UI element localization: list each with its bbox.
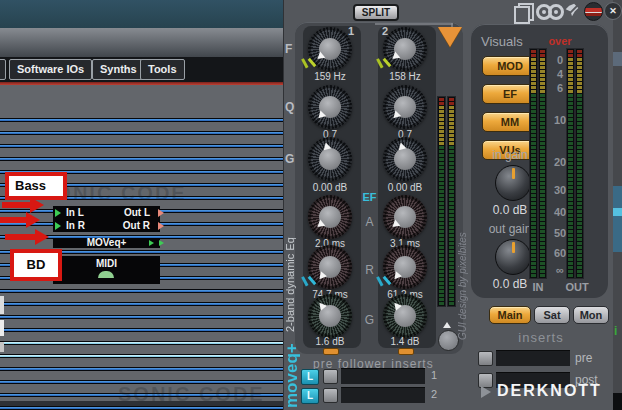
band2-attack-knob[interactable] [383, 195, 427, 239]
daw-tab-bar: Software IOs Synths Tools [0, 57, 283, 82]
band1-dyngain-knob[interactable] [308, 294, 352, 338]
close-icon[interactable]: ✕ [604, 2, 622, 20]
band2-release-knob[interactable] [383, 245, 427, 289]
band1-gain-value: 0.00 dB [304, 182, 356, 193]
output-port-icon[interactable] [158, 222, 164, 230]
band1-freq-knob[interactable] [308, 27, 352, 71]
background-block [612, 52, 622, 66]
module-io-block[interactable]: In L Out L In R Out R [53, 206, 160, 232]
insert-pre-button[interactable] [478, 351, 493, 366]
follower-slot-number-1: 1 [429, 369, 439, 381]
meter-scale-6: 6 [545, 82, 575, 94]
release-label: R [361, 263, 378, 277]
follower-insert-button-2[interactable] [323, 388, 338, 403]
monitor-sat-button[interactable]: Sat [534, 306, 570, 324]
monitor-main-button[interactable]: Main [489, 306, 531, 324]
band1-follower-source-slider[interactable] [323, 348, 339, 355]
band2-dyngain-knob[interactable] [383, 294, 427, 338]
band2-gain-knob[interactable] [383, 137, 427, 181]
patch-cable[interactable] [0, 118, 283, 122]
edge-cable-stub [0, 342, 4, 352]
band2-q-knob[interactable] [383, 85, 427, 129]
module-out-r: Out R [123, 219, 150, 232]
meter-scale-10: 10 [545, 114, 575, 126]
meter-over-label: over [545, 35, 575, 47]
patch-cable[interactable] [0, 328, 283, 332]
split-button[interactable]: SPLIT [353, 4, 399, 21]
tab-partial[interactable] [0, 59, 6, 80]
vu-meter-in-l [529, 48, 538, 279]
follower-link-button-2[interactable]: L [301, 388, 319, 404]
edge-cable-stub [0, 296, 4, 314]
patch-cable[interactable] [0, 131, 283, 135]
meter-scale-40: 40 [545, 206, 575, 218]
module-plugin-name[interactable]: MOVeq+ [53, 236, 160, 249]
minimize-icon[interactable] [584, 2, 603, 21]
background-text-fragment: i [614, 324, 617, 338]
output-port-icon[interactable] [158, 209, 164, 217]
module-in-l: In L [66, 206, 84, 219]
plugin-port-icon[interactable] [159, 240, 164, 246]
band2-freq-knob[interactable] [383, 27, 427, 71]
band1-dyngain-value: 1.6 dB [304, 336, 356, 347]
annotation-arrow [0, 212, 40, 228]
background-track-block [612, 186, 622, 252]
patch-cable[interactable] [0, 289, 283, 293]
plugin-window: ✕ SPLIT out 1&2 F Q G 1 2 +− 159 Hz 158 … [283, 0, 613, 410]
follower-insert-slot-2[interactable] [341, 387, 425, 403]
visuals-title: Visuals [481, 34, 523, 49]
meter-out-label: OUT [561, 281, 593, 293]
band1-gain-knob[interactable] [308, 137, 352, 181]
tab-software-ios[interactable]: Software IOs [9, 59, 92, 80]
copy-pages-icon[interactable] [514, 3, 532, 20]
screen: Software IOs Synths Tools SONIC CODE SON… [0, 0, 622, 410]
link-circles-icon[interactable] [536, 4, 563, 20]
plugin-port-icon[interactable] [149, 240, 154, 246]
dyngain-label: G [361, 313, 378, 327]
meter-scale-30: 30 [545, 184, 575, 196]
band2-follower-source-slider[interactable] [398, 348, 414, 355]
routing-wire [375, 23, 453, 25]
patch-cable[interactable] [0, 302, 283, 306]
tab-synths[interactable]: Synths [92, 59, 145, 80]
background-highlight-line [612, 208, 622, 216]
follower-link-button-1[interactable]: L [301, 369, 319, 385]
watermark-text-2: SONIC CODE [118, 383, 265, 406]
band1-q-knob[interactable] [308, 85, 352, 129]
monitor-mon-button[interactable]: Mon [573, 306, 609, 324]
annotation-track-label: Bass [5, 172, 67, 200]
module-in-r: In R [66, 219, 85, 232]
midi-port-arc[interactable] [98, 271, 114, 278]
meter-scale-60: 60 [545, 247, 575, 259]
plugin-subtitle-vertical: 2-band dynamic Eq [284, 186, 296, 332]
pin-disabled-icon[interactable] [565, 3, 581, 20]
follower-insert-slot-1[interactable] [341, 368, 425, 384]
in-gain-knob[interactable] [495, 165, 531, 201]
patch-cable[interactable] [0, 315, 283, 319]
patch-cable[interactable] [0, 157, 283, 161]
output-select-triangle[interactable] [438, 27, 462, 47]
insert-pre-slot[interactable] [496, 350, 570, 366]
background-window-strip: i [612, 0, 622, 410]
module-midi-block[interactable]: MIDI [53, 256, 160, 284]
band1-attack-knob[interactable] [308, 195, 352, 239]
tab-tools[interactable]: Tools [140, 59, 185, 80]
vu-meter-out-r [575, 48, 584, 279]
follower-insert-button-1[interactable] [323, 369, 338, 384]
module-plugin-row[interactable]: MOVeq+ [53, 238, 160, 248]
patch-cable[interactable] [0, 406, 283, 410]
plugin-logo-vertical: moveq+ [282, 328, 302, 408]
meter-scale-knob[interactable] [438, 330, 459, 351]
input-port-icon[interactable] [55, 209, 61, 217]
patch-cable[interactable] [0, 367, 283, 371]
patch-cable[interactable] [0, 144, 283, 148]
ef-section-label: EF [361, 191, 378, 203]
patch-cable[interactable] [0, 354, 283, 358]
band2-freq-value: 158 Hz [379, 71, 431, 82]
patch-cable[interactable] [0, 341, 283, 345]
gain-row-label: G [285, 152, 294, 166]
annotation-module-label: BD [10, 249, 62, 281]
input-port-icon[interactable] [55, 222, 61, 230]
band1-release-knob[interactable] [308, 245, 352, 289]
out-gain-knob[interactable] [495, 239, 531, 275]
